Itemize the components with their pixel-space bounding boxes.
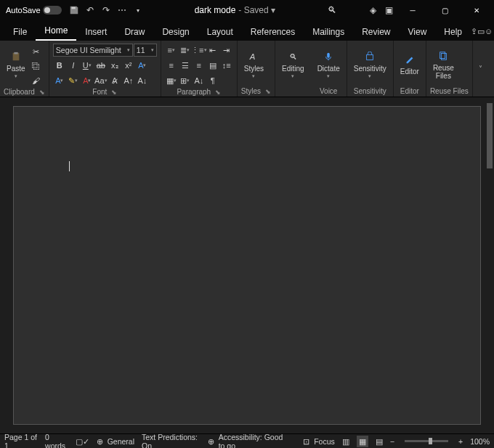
font-size-select[interactable]: 11▾	[134, 44, 157, 57]
strikethrough-button[interactable]: ab	[94, 59, 108, 72]
read-mode-icon[interactable]: ▥	[342, 437, 349, 446]
save-icon[interactable]	[68, 4, 81, 17]
superscript-button[interactable]: x²	[122, 59, 135, 72]
grow-font-button[interactable]: A↑	[122, 74, 135, 87]
scrollbar-thumb[interactable]	[487, 103, 493, 168]
zoom-slider[interactable]	[405, 440, 448, 442]
show-marks-button[interactable]: ¶	[206, 74, 219, 87]
zoom-slider-thumb[interactable]	[429, 438, 432, 444]
align-center-button[interactable]: ☰	[179, 59, 192, 72]
group-sensitivity: Sensitivity ▾ Sensitivity	[347, 41, 394, 97]
minimize-button[interactable]: ─	[398, 0, 427, 20]
ribbon-tabs: File Home Insert Draw Design Layout Refe…	[0, 20, 494, 41]
font-color-button[interactable]: A▾	[81, 74, 94, 87]
launcher-icon[interactable]: ⬊	[215, 89, 221, 96]
numbering-button[interactable]: ≣▾	[179, 44, 192, 57]
tab-help[interactable]: Help	[435, 23, 471, 41]
accessibility-indicator[interactable]: ⊕Accessibility: Good to go	[208, 433, 289, 449]
launcher-icon[interactable]: ⬊	[265, 88, 271, 95]
editing-button[interactable]: 🔍︎ Editing ▾	[279, 42, 307, 86]
tab-references[interactable]: References	[242, 23, 304, 41]
group-editor: Editor Editor	[394, 41, 426, 97]
line-spacing-button[interactable]: ↕≡	[220, 59, 233, 72]
collapse-ribbon-button[interactable]: ˅	[473, 41, 489, 97]
predictions-indicator[interactable]: Text Predictions: On	[142, 433, 201, 449]
share-icon[interactable]: ⇪	[471, 22, 477, 41]
face-icon[interactable]: ☺	[485, 22, 493, 41]
zoom-in-button[interactable]: +	[458, 437, 463, 446]
maximize-button[interactable]: ▢	[430, 0, 459, 20]
tab-design[interactable]: Design	[153, 23, 198, 41]
align-left-button[interactable]: ≡	[165, 59, 178, 72]
tab-home[interactable]: Home	[36, 21, 76, 41]
tab-layout[interactable]: Layout	[198, 23, 242, 41]
spellcheck-icon[interactable]: ▢✓	[76, 437, 89, 446]
increase-indent-button[interactable]: ⇥	[220, 44, 233, 57]
page-indicator[interactable]: Page 1 of 1	[4, 433, 38, 449]
clear-formatting-button[interactable]: A̷	[108, 74, 121, 87]
close-button[interactable]: ✕	[462, 0, 491, 20]
web-layout-icon[interactable]: ▤	[376, 437, 383, 446]
underline-button[interactable]: U▾	[81, 59, 94, 72]
reuse-files-button[interactable]: Reuse Files	[430, 42, 457, 86]
highlight-button[interactable]: ✎▾	[67, 74, 80, 87]
launcher-icon[interactable]: ⬊	[111, 89, 117, 96]
chevron-down-icon: ▾	[127, 47, 130, 53]
svg-rect-3	[327, 52, 330, 57]
tab-draw[interactable]: Draw	[116, 23, 153, 41]
print-layout-icon[interactable]: ▦	[357, 436, 368, 447]
font-name-select[interactable]: Segoe UI Semilight▾	[53, 44, 133, 57]
clipboard-icon	[9, 49, 23, 64]
files-icon	[436, 49, 450, 63]
zoom-out-button[interactable]: −	[390, 437, 394, 446]
tab-file[interactable]: File	[4, 23, 36, 41]
dropdown-icon[interactable]: ▾	[131, 4, 145, 17]
word-count[interactable]: 0 words	[45, 433, 68, 449]
format-painter-icon[interactable]: 🖌	[30, 74, 43, 87]
align-right-button[interactable]: ≡	[193, 59, 206, 72]
change-case-button[interactable]: Aa▾	[94, 74, 108, 87]
subscript-button[interactable]: x₂	[108, 59, 121, 72]
zoom-level[interactable]: 100%	[470, 437, 490, 446]
language-indicator[interactable]: ⊕General	[97, 437, 134, 446]
undo-icon[interactable]: ↶	[84, 4, 97, 17]
text-effects-button[interactable]: A▾	[136, 59, 149, 72]
launcher-icon[interactable]: ⬊	[39, 89, 45, 96]
editor-button[interactable]: Editor	[397, 42, 422, 86]
font-color-alt-button[interactable]: A▾	[53, 74, 66, 87]
redo-icon[interactable]: ↷	[100, 4, 113, 17]
bullets-button[interactable]: ≡▾	[165, 44, 178, 57]
page-sheet[interactable]	[13, 106, 481, 425]
styles-button[interactable]: A Styles ▾	[241, 42, 267, 86]
tab-review[interactable]: Review	[353, 23, 399, 41]
dictate-button[interactable]: Dictate ▾	[315, 42, 343, 86]
bold-button[interactable]: B	[53, 59, 66, 72]
multilevel-button[interactable]: ⋮≡▾	[193, 44, 206, 57]
diamond-icon[interactable]: ◈	[366, 4, 379, 17]
document-area	[0, 97, 494, 433]
sensitivity-button[interactable]: Sensitivity ▾	[351, 42, 389, 86]
copy-icon[interactable]: ⿻	[30, 60, 43, 73]
focus-button[interactable]: ⊡Focus	[303, 437, 335, 446]
decrease-indent-button[interactable]: ⇤	[206, 44, 219, 57]
search-icon[interactable]: 🔍︎	[325, 4, 339, 17]
paste-button[interactable]: Paste ▾	[4, 42, 28, 86]
tab-insert[interactable]: Insert	[76, 23, 116, 41]
tab-mailings[interactable]: Mailings	[304, 23, 353, 41]
cut-icon[interactable]: ✂	[30, 45, 43, 58]
group-label: Font	[92, 88, 107, 96]
comments-icon[interactable]: ▭	[477, 22, 485, 41]
chevron-down-icon: ▾	[15, 73, 17, 79]
window-icon[interactable]: ▣	[382, 4, 395, 17]
tab-view[interactable]: View	[400, 23, 436, 41]
saved-status[interactable]: - Saved ▾	[238, 5, 275, 15]
shading-button[interactable]: ▦▾	[165, 74, 178, 87]
shrink-font-button[interactable]: A↓	[136, 74, 149, 87]
vertical-scrollbar[interactable]	[485, 97, 494, 433]
italic-button[interactable]: I	[67, 59, 80, 72]
justify-button[interactable]: ▤	[206, 59, 219, 72]
borders-button[interactable]: ⊞▾	[179, 74, 192, 87]
quick-access-icon[interactable]: ⋯	[116, 4, 129, 17]
sort-button[interactable]: A↓	[193, 74, 206, 87]
autosave-toggle[interactable]: AutoSave	[3, 6, 65, 15]
